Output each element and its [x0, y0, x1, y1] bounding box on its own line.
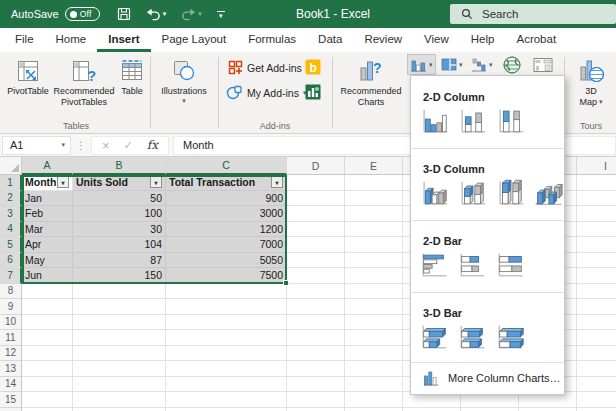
cell-E15[interactable]	[345, 392, 403, 408]
tab-insert[interactable]: Insert	[97, 28, 150, 52]
cell-D11[interactable]	[287, 330, 345, 346]
search-input[interactable]: Search	[450, 4, 616, 24]
select-all-corner[interactable]	[0, 157, 22, 175]
cell-D1[interactable]	[287, 175, 345, 191]
cell-B9[interactable]	[73, 299, 166, 315]
cell-A7[interactable]: Jun	[22, 268, 73, 284]
undo-button[interactable]: ▾	[146, 7, 167, 21]
filter-button[interactable]: ▾	[57, 176, 69, 188]
row-header-5[interactable]: 5	[0, 237, 22, 253]
cell-I6[interactable]	[577, 253, 616, 269]
insert-function-button[interactable]: fx	[147, 138, 158, 152]
tab-view[interactable]: View	[413, 28, 460, 52]
cell-D8[interactable]	[287, 284, 345, 300]
cell-C12[interactable]	[166, 346, 287, 362]
autosave-toggle[interactable]: AutoSave Off	[11, 7, 100, 21]
cell-I3[interactable]	[577, 206, 616, 222]
cell-B11[interactable]	[73, 330, 166, 346]
row-header-13[interactable]: 13	[0, 361, 22, 377]
cell-B3[interactable]: 100	[73, 206, 166, 222]
chart-type-100-stacked-bar[interactable]	[493, 249, 527, 281]
pivotchart-button[interactable]	[531, 55, 555, 74]
cell-B13[interactable]	[73, 361, 166, 377]
chart-type-3d-column[interactable]	[531, 177, 565, 209]
cell-A9[interactable]	[22, 299, 73, 315]
customize-quick-access-toolbar-button[interactable]: ▾	[217, 11, 225, 17]
chevron-down-icon[interactable]: ▾	[61, 141, 65, 149]
tab-home[interactable]: Home	[45, 28, 98, 52]
tab-review[interactable]: Review	[353, 28, 413, 52]
tab-formulas[interactable]: Formulas	[237, 28, 307, 52]
recommended-charts-button[interactable]: ? Recommended Charts	[336, 56, 406, 108]
cell-E13[interactable]	[345, 361, 403, 377]
save-button[interactable]	[117, 7, 131, 21]
cell-E14[interactable]	[345, 377, 403, 393]
column-header-D[interactable]: D	[287, 157, 345, 175]
cell-D4[interactable]	[287, 222, 345, 238]
cell-E12[interactable]	[345, 346, 403, 362]
cell-I1[interactable]	[577, 175, 616, 191]
cell-E16[interactable]	[345, 408, 403, 411]
cell-B10[interactable]	[73, 315, 166, 331]
cell-E9[interactable]	[345, 299, 403, 315]
chart-type-clustered-column[interactable]	[417, 105, 451, 137]
row-header-11[interactable]: 11	[0, 330, 22, 346]
cell-I5[interactable]	[577, 237, 616, 253]
cell-E10[interactable]	[345, 315, 403, 331]
cell-I10[interactable]	[577, 315, 616, 331]
cell-E7[interactable]	[345, 268, 403, 284]
cell-I12[interactable]	[577, 346, 616, 362]
row-header-10[interactable]: 10	[0, 315, 22, 331]
illustrations-button[interactable]: Illustrations ▾	[153, 56, 215, 105]
cell-I11[interactable]	[577, 330, 616, 346]
cell-I16[interactable]	[577, 408, 616, 411]
recommended-pivottables-button[interactable]: ? Recommended PivotTables	[52, 56, 116, 108]
cell-C14[interactable]	[166, 377, 287, 393]
cell-C13[interactable]	[166, 361, 287, 377]
cell-A2[interactable]: Jan	[22, 191, 73, 207]
cell-A12[interactable]	[22, 346, 73, 362]
cell-D6[interactable]	[287, 253, 345, 269]
cell-I7[interactable]	[577, 268, 616, 284]
cell-D10[interactable]	[287, 315, 345, 331]
get-add-ins-button[interactable]: Get Add-ins	[228, 60, 302, 75]
cell-A5[interactable]: Apr	[22, 237, 73, 253]
cell-B1[interactable]: Units Sold▾	[73, 175, 166, 191]
cell-B6[interactable]: 87	[73, 253, 166, 269]
cell-C10[interactable]	[166, 315, 287, 331]
cell-E2[interactable]	[345, 191, 403, 207]
cell-D3[interactable]	[287, 206, 345, 222]
name-box[interactable]: A1 ▾	[2, 136, 71, 155]
cell-C4[interactable]: 1200	[166, 222, 287, 238]
cell-C15[interactable]	[166, 392, 287, 408]
fill-handle[interactable]	[283, 280, 289, 286]
cell-E1[interactable]	[345, 175, 403, 191]
cell-D16[interactable]	[287, 408, 345, 411]
chart-type-stacked-bar[interactable]	[455, 249, 489, 281]
cell-H16[interactable]	[519, 408, 577, 411]
pivottable-button[interactable]: PivotTable	[4, 56, 52, 97]
row-header-1[interactable]: 1	[0, 175, 22, 191]
cell-D2[interactable]	[287, 191, 345, 207]
cell-D12[interactable]	[287, 346, 345, 362]
row-header-7[interactable]: 7	[0, 268, 22, 284]
cell-C8[interactable]	[166, 284, 287, 300]
cell-B12[interactable]	[73, 346, 166, 362]
cell-A3[interactable]: Feb	[22, 206, 73, 222]
table-button[interactable]: Table	[116, 56, 148, 97]
cell-D13[interactable]	[287, 361, 345, 377]
insert-column-or-bar-chart-button[interactable]: ▾	[408, 55, 435, 74]
autosave-switch[interactable]: Off	[65, 7, 100, 21]
cell-A11[interactable]	[22, 330, 73, 346]
chart-type-3d-clustered-column[interactable]	[417, 177, 451, 209]
cell-B15[interactable]	[73, 392, 166, 408]
row-header-8[interactable]: 8	[0, 284, 22, 300]
cell-D5[interactable]	[287, 237, 345, 253]
cell-G16[interactable]	[461, 408, 519, 411]
tab-data[interactable]: Data	[307, 28, 353, 52]
column-header-E[interactable]: E	[345, 157, 403, 175]
row-header-16[interactable]	[0, 408, 22, 411]
cell-E11[interactable]	[345, 330, 403, 346]
cell-C9[interactable]	[166, 299, 287, 315]
cell-E4[interactable]	[345, 222, 403, 238]
